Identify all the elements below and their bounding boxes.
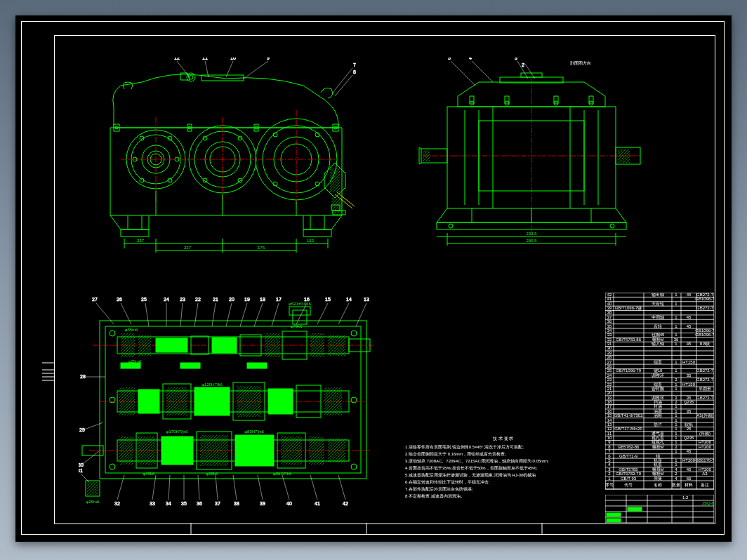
svg-text:GB5782-86: GB5782-86 <box>618 445 640 449</box>
svg-line-219 <box>82 451 100 465</box>
svg-text:16: 16 <box>607 409 612 413</box>
svg-rect-169 <box>328 439 345 462</box>
svg-line-213 <box>356 303 366 326</box>
side-view-label: 剖面图方向 <box>570 60 591 65</box>
svg-point-101 <box>449 224 453 228</box>
svg-text:1: 1 <box>675 436 677 440</box>
svg-text:备注: 备注 <box>701 482 709 487</box>
svg-text:1: 1 <box>675 333 677 337</box>
svg-text:螺栓M: 螺栓M <box>652 338 664 342</box>
svg-text:GB272-7: GB272-7 <box>696 368 714 373</box>
svg-text:1: 1 <box>675 293 677 297</box>
svg-text:端盖: 端盖 <box>654 382 662 387</box>
svg-text:机座: 机座 <box>654 458 662 462</box>
svg-text:15: 15 <box>325 297 331 302</box>
svg-text:φ25m6: φ25m6 <box>86 500 100 504</box>
svg-text:42: 42 <box>607 293 612 297</box>
svg-line-67 <box>333 68 352 93</box>
svg-rect-161 <box>138 436 155 465</box>
svg-rect-183 <box>180 363 200 368</box>
svg-text:45: 45 <box>687 315 692 319</box>
svg-line-197 <box>212 303 216 326</box>
svg-text:4: 4 <box>675 467 677 472</box>
svg-line-205 <box>272 303 279 326</box>
svg-text:挡油: 挡油 <box>654 400 662 404</box>
svg-text:1: 1 <box>675 432 677 436</box>
svg-text:237: 237 <box>137 239 145 243</box>
svg-text:14: 14 <box>346 297 352 302</box>
svg-text:10: 10 <box>230 58 236 60</box>
svg-text:20: 20 <box>607 391 612 395</box>
svg-text:Q235: Q235 <box>684 400 694 404</box>
svg-text:HT200: HT200 <box>699 445 712 449</box>
svg-text:4: 4 <box>469 58 472 60</box>
svg-rect-165 <box>235 435 274 466</box>
svg-text:HT150: HT150 <box>682 360 696 364</box>
svg-text:φ55m6: φ55m6 <box>125 328 139 332</box>
svg-text:1: 1 <box>675 382 677 387</box>
svg-text:视孔盖: 视孔盖 <box>652 435 664 440</box>
svg-text:材料: 材料 <box>684 483 693 487</box>
svg-text:8.8级: 8.8级 <box>700 342 710 346</box>
svg-text:齿轮: 齿轮 <box>654 324 662 328</box>
svg-text:23: 23 <box>607 378 612 382</box>
svg-text:销: 销 <box>655 454 660 458</box>
svg-rect-131 <box>138 335 151 356</box>
drawing-number: JSQ-01 <box>702 501 714 505</box>
svg-text:24: 24 <box>164 297 169 302</box>
svg-text:2: 2 <box>675 378 677 382</box>
svg-text:1: 1 <box>675 458 677 462</box>
svg-text:18: 18 <box>607 400 612 404</box>
svg-text:1: 1 <box>675 360 677 364</box>
svg-text:24: 24 <box>607 373 612 378</box>
svg-text:5: 5 <box>608 458 611 462</box>
svg-text:12: 12 <box>607 427 612 431</box>
svg-text:3: 3 <box>608 467 611 472</box>
svg-text:弹簧: 弹簧 <box>654 476 662 481</box>
svg-text:29: 29 <box>79 427 85 432</box>
svg-text:10: 10 <box>607 436 612 440</box>
svg-text:30: 30 <box>79 462 84 467</box>
svg-text:1: 1 <box>675 427 677 431</box>
svg-text:φ73k6: φ73k6 <box>291 324 303 328</box>
svg-rect-168 <box>309 436 324 465</box>
svg-text:37: 37 <box>215 501 220 506</box>
svg-line-199 <box>226 303 232 326</box>
svg-point-102 <box>610 224 614 228</box>
svg-text:38: 38 <box>607 310 612 314</box>
svg-text:GB272-7: GB272-7 <box>696 293 714 297</box>
svg-text:38: 38 <box>234 501 239 506</box>
svg-point-123 <box>351 331 357 336</box>
svg-text:1: 1 <box>675 315 677 319</box>
svg-text:1: 1 <box>675 387 677 391</box>
svg-text:1: 1 <box>675 422 677 427</box>
svg-text:4: 4 <box>675 476 677 481</box>
svg-text:17: 17 <box>607 404 612 408</box>
svg-text:20: 20 <box>229 297 234 302</box>
svg-text:序号: 序号 <box>605 482 614 487</box>
svg-text:25: 25 <box>141 297 147 302</box>
svg-text:41: 41 <box>315 501 320 506</box>
svg-text:45: 45 <box>687 293 692 297</box>
svg-text:1: 1 <box>675 440 677 444</box>
svg-text:GB1096-7: GB1096-7 <box>695 297 714 301</box>
svg-text:HT200: HT200 <box>699 467 712 472</box>
plan-section-view: φ521±0.016 φ120H7/k6 φ170H7/js6 φ80H7/js… <box>79 293 388 510</box>
title-block: JSQ-01 1:2 <box>605 495 714 523</box>
svg-rect-455 <box>628 507 642 511</box>
svg-text:32: 32 <box>607 338 612 342</box>
svg-text:大齿轮: 大齿轮 <box>652 302 664 306</box>
svg-text:1: 1 <box>675 449 677 453</box>
svg-text:2: 2 <box>522 62 524 67</box>
svg-text:GB/T17-84×20: GB/T17-84×20 <box>614 427 642 431</box>
svg-text:33: 33 <box>607 333 612 337</box>
svg-text:2: 2 <box>675 472 677 476</box>
svg-text:27: 27 <box>607 360 612 364</box>
svg-text:9: 9 <box>608 440 611 444</box>
svg-text:GB/T5785: GB/T5785 <box>619 467 638 472</box>
svg-text:13: 13 <box>364 297 369 302</box>
cad-canvas[interactable]: 12 11 10 9 7 8 237 175 237 152 <box>15 15 732 542</box>
svg-text:6: 6 <box>608 454 611 458</box>
parts-list-table: 42输出轴145GB272-741GB1096-740大齿轮139GB/T109… <box>605 293 714 510</box>
svg-rect-184 <box>247 363 267 368</box>
